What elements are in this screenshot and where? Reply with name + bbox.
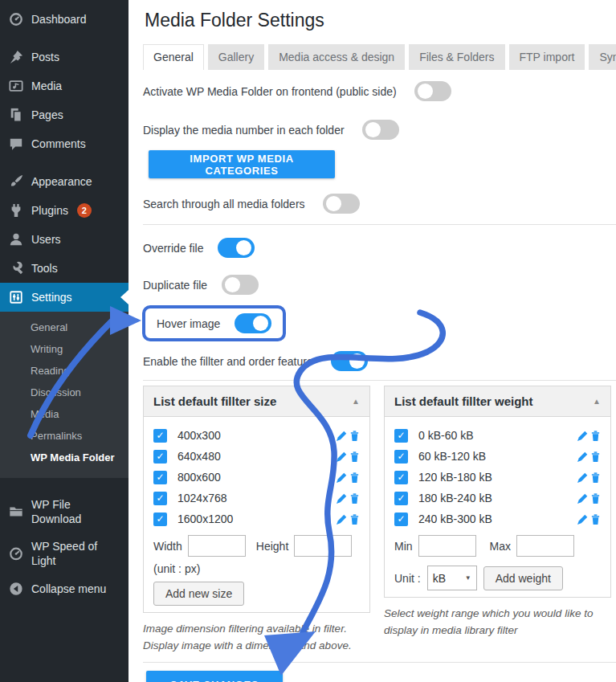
user-icon [8,231,24,247]
import-wp-media-categories-button[interactable]: IMPORT WP MEDIA CATEGORIES [149,150,335,178]
duplicate-file-toggle[interactable] [222,275,259,295]
size-item-row: ✓ 800x600 [153,467,360,488]
sidebar-item-dashboard[interactable]: Dashboard [0,5,129,34]
weight-item-row: ✓ 240 kB-300 kB [394,508,601,529]
weight-checkbox[interactable]: ✓ [394,492,408,505]
delete-icon[interactable] [349,472,360,483]
submenu-item-general[interactable]: General [0,316,129,338]
size-checkbox[interactable]: ✓ [153,450,167,464]
sidebar-item-tools[interactable]: Tools [0,254,129,283]
height-input[interactable] [294,535,352,557]
sidebar-item-label: WP File Download [31,497,122,526]
submenu-item-media[interactable]: Media [0,403,129,425]
size-checkbox[interactable]: ✓ [153,513,167,526]
size-checkbox[interactable]: ✓ [153,471,167,484]
hover-image-toggle[interactable] [235,313,271,333]
delete-icon[interactable] [349,451,360,462]
max-label: Max [490,540,511,553]
size-checkbox[interactable]: ✓ [153,429,167,443]
delete-icon[interactable] [590,451,601,462]
hover-image-highlight: Hover image [142,305,616,341]
weight-item-label: 240 kB-300 kB [418,513,567,525]
max-input[interactable] [516,535,574,557]
edit-icon[interactable] [577,472,588,483]
setting-row-activate-frontend: Activate WP Media Folder on frontend (pu… [143,81,616,101]
delete-icon[interactable] [590,472,601,483]
collapse-circle-icon [8,581,24,597]
sidebar-item-users[interactable]: Users [0,225,129,254]
activate-frontend-toggle[interactable] [414,81,451,101]
sidebar-item-media[interactable]: Media [0,71,129,100]
sidebar-item-pages[interactable]: Pages [0,100,129,129]
submenu-item-wp-media-folder[interactable]: WP Media Folder [0,447,129,468]
save-changes-button[interactable]: SAVE CHANGES [146,671,283,682]
sidebar-item-settings[interactable]: Settings [0,283,129,312]
tab-ftp-import[interactable]: FTP import [509,44,585,70]
width-label: Width [153,540,182,553]
weight-checkbox[interactable]: ✓ [394,429,408,443]
sidebar-item-posts[interactable]: Posts [0,43,129,71]
sidebar-item-wp-speed-of-light[interactable]: WP Speed of Light [0,533,129,574]
enable-filter-toggle[interactable] [331,351,368,371]
edit-icon[interactable] [577,451,588,462]
sidebar-item-wp-file-download[interactable]: WP File Download [0,491,129,533]
filter-weight-panel-header[interactable]: List default fillter weight ▲ [385,386,610,417]
tab-gallery[interactable]: Gallery [208,44,264,70]
weight-checkbox[interactable]: ✓ [394,513,408,526]
add-new-size-button[interactable]: Add new size [153,582,244,606]
settings-submenu: General Writing Reading Discussion Media… [0,312,129,478]
edit-icon[interactable] [337,451,347,462]
weight-checkbox[interactable]: ✓ [394,471,408,484]
chevron-down-icon: ▼ [465,574,471,582]
sidebar-item-collapse-menu[interactable]: Collapse menu [0,574,129,603]
display-number-toggle[interactable] [362,120,399,140]
delete-icon[interactable] [590,493,601,504]
tab-sync-external[interactable]: Sync external m [589,44,616,70]
edit-icon[interactable] [577,431,588,441]
sidebar-item-label: WP Speed of Light [31,539,122,568]
min-label: Min [394,540,413,553]
collapse-arrow-icon[interactable]: ▲ [593,397,601,406]
size-item-row: ✓ 1024x768 [153,488,360,508]
delete-icon[interactable] [590,514,601,525]
width-input[interactable] [188,535,246,557]
size-item-label: 1024x768 [177,492,326,504]
sidebar-item-label: Appearance [31,174,92,189]
search-all-toggle[interactable] [323,194,360,214]
submenu-item-discussion[interactable]: Discussion [0,382,129,403]
panel-title: List default fillter size [153,394,276,408]
edit-icon[interactable] [577,493,588,504]
sidebar-item-comments[interactable]: Comments [0,129,129,158]
submenu-item-writing[interactable]: Writing [0,338,129,360]
filter-weight-panel: List default fillter weight ▲ ✓ 0 kB-60 … [384,386,611,598]
sidebar-item-appearance[interactable]: Appearance [0,167,129,196]
tab-media-access-design[interactable]: Media access & design [268,44,405,70]
edit-icon[interactable] [337,514,347,525]
sidebar-item-plugins[interactable]: Plugins 2 [0,196,129,225]
setting-label: Activate WP Media Folder on frontend (pu… [143,85,397,98]
edit-icon[interactable] [337,493,347,504]
add-weight-button[interactable]: Add weight [483,566,563,590]
collapse-arrow-icon[interactable]: ▲ [352,397,360,406]
filter-size-panel-header[interactable]: List default fillter size ▲ [144,386,369,417]
tab-general[interactable]: General [143,44,204,70]
edit-icon[interactable] [337,431,347,441]
panel-title: List default fillter weight [394,394,533,408]
weight-item-label: 0 kB-60 kB [418,429,567,442]
edit-icon[interactable] [577,514,588,525]
unit-select[interactable]: kB ▼ [427,566,477,590]
delete-icon[interactable] [349,514,360,525]
delete-icon[interactable] [590,431,601,441]
edit-icon[interactable] [337,472,347,483]
weight-checkbox[interactable]: ✓ [394,450,408,464]
size-checkbox[interactable]: ✓ [153,492,167,505]
min-input[interactable] [418,535,476,557]
page-title: Media Folder Settings [145,8,616,32]
delete-icon[interactable] [349,431,360,441]
setting-label: Hover image [157,317,220,330]
submenu-item-permalinks[interactable]: Permalinks [0,425,129,447]
submenu-item-reading[interactable]: Reading [0,360,129,382]
delete-icon[interactable] [349,493,360,504]
tab-files-folders[interactable]: Files & Folders [409,44,504,70]
override-file-toggle[interactable] [218,238,255,258]
